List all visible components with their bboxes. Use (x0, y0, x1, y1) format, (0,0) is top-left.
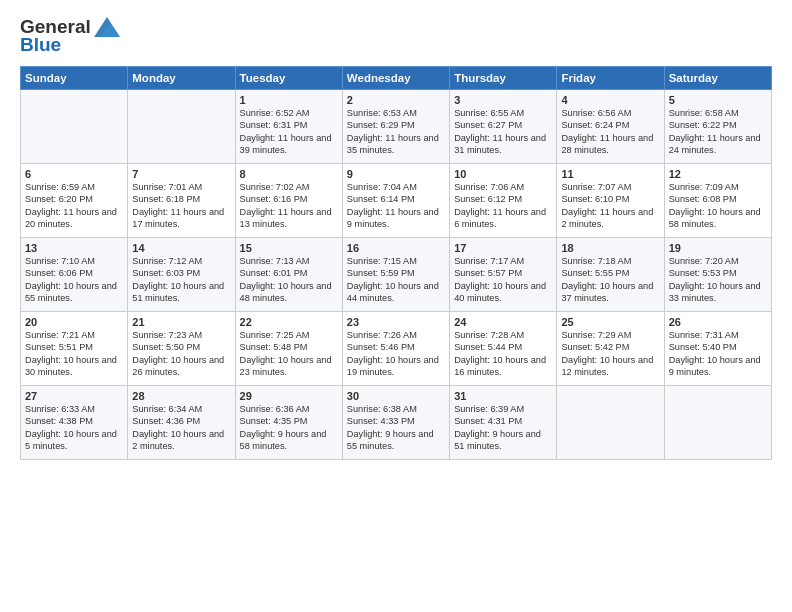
day-number: 4 (561, 94, 659, 106)
day-number: 3 (454, 94, 552, 106)
day-number: 28 (132, 390, 230, 402)
day-number: 1 (240, 94, 338, 106)
day-number: 26 (669, 316, 767, 328)
day-info: Sunrise: 7:23 AMSunset: 5:50 PMDaylight:… (132, 329, 230, 379)
day-info: Sunrise: 6:39 AMSunset: 4:31 PMDaylight:… (454, 403, 552, 453)
day-info: Sunrise: 7:07 AMSunset: 6:10 PMDaylight:… (561, 181, 659, 231)
weekday-header-monday: Monday (128, 67, 235, 90)
day-info: Sunrise: 7:18 AMSunset: 5:55 PMDaylight:… (561, 255, 659, 305)
calendar-cell: 10Sunrise: 7:06 AMSunset: 6:12 PMDayligh… (450, 164, 557, 238)
calendar-week-1: 1Sunrise: 6:52 AMSunset: 6:31 PMDaylight… (21, 90, 772, 164)
calendar-cell: 29Sunrise: 6:36 AMSunset: 4:35 PMDayligh… (235, 386, 342, 460)
day-info: Sunrise: 6:59 AMSunset: 6:20 PMDaylight:… (25, 181, 123, 231)
day-info: Sunrise: 7:01 AMSunset: 6:18 PMDaylight:… (132, 181, 230, 231)
calendar-cell: 24Sunrise: 7:28 AMSunset: 5:44 PMDayligh… (450, 312, 557, 386)
calendar-cell (557, 386, 664, 460)
weekday-header-friday: Friday (557, 67, 664, 90)
day-info: Sunrise: 7:28 AMSunset: 5:44 PMDaylight:… (454, 329, 552, 379)
day-info: Sunrise: 7:20 AMSunset: 5:53 PMDaylight:… (669, 255, 767, 305)
day-number: 25 (561, 316, 659, 328)
day-number: 20 (25, 316, 123, 328)
day-info: Sunrise: 6:55 AMSunset: 6:27 PMDaylight:… (454, 107, 552, 157)
day-number: 29 (240, 390, 338, 402)
day-info: Sunrise: 7:13 AMSunset: 6:01 PMDaylight:… (240, 255, 338, 305)
day-info: Sunrise: 7:25 AMSunset: 5:48 PMDaylight:… (240, 329, 338, 379)
day-info: Sunrise: 7:21 AMSunset: 5:51 PMDaylight:… (25, 329, 123, 379)
calendar-cell: 8Sunrise: 7:02 AMSunset: 6:16 PMDaylight… (235, 164, 342, 238)
calendar-cell: 23Sunrise: 7:26 AMSunset: 5:46 PMDayligh… (342, 312, 449, 386)
day-number: 22 (240, 316, 338, 328)
calendar-table: SundayMondayTuesdayWednesdayThursdayFrid… (20, 66, 772, 460)
calendar-week-4: 20Sunrise: 7:21 AMSunset: 5:51 PMDayligh… (21, 312, 772, 386)
day-number: 6 (25, 168, 123, 180)
day-info: Sunrise: 6:33 AMSunset: 4:38 PMDaylight:… (25, 403, 123, 453)
day-info: Sunrise: 7:15 AMSunset: 5:59 PMDaylight:… (347, 255, 445, 305)
calendar-cell: 15Sunrise: 7:13 AMSunset: 6:01 PMDayligh… (235, 238, 342, 312)
calendar-cell (664, 386, 771, 460)
day-info: Sunrise: 7:29 AMSunset: 5:42 PMDaylight:… (561, 329, 659, 379)
calendar-header: SundayMondayTuesdayWednesdayThursdayFrid… (21, 67, 772, 90)
calendar-week-3: 13Sunrise: 7:10 AMSunset: 6:06 PMDayligh… (21, 238, 772, 312)
day-number: 12 (669, 168, 767, 180)
calendar-page: General Blue SundayMondayTuesdayWednesda… (0, 0, 792, 612)
day-number: 27 (25, 390, 123, 402)
calendar-cell: 2Sunrise: 6:53 AMSunset: 6:29 PMDaylight… (342, 90, 449, 164)
weekday-header-thursday: Thursday (450, 67, 557, 90)
calendar-cell (21, 90, 128, 164)
day-number: 21 (132, 316, 230, 328)
calendar-cell: 11Sunrise: 7:07 AMSunset: 6:10 PMDayligh… (557, 164, 664, 238)
day-number: 7 (132, 168, 230, 180)
day-info: Sunrise: 7:06 AMSunset: 6:12 PMDaylight:… (454, 181, 552, 231)
day-number: 13 (25, 242, 123, 254)
day-number: 24 (454, 316, 552, 328)
calendar-cell: 13Sunrise: 7:10 AMSunset: 6:06 PMDayligh… (21, 238, 128, 312)
calendar-cell: 9Sunrise: 7:04 AMSunset: 6:14 PMDaylight… (342, 164, 449, 238)
day-number: 18 (561, 242, 659, 254)
day-number: 2 (347, 94, 445, 106)
calendar-cell: 26Sunrise: 7:31 AMSunset: 5:40 PMDayligh… (664, 312, 771, 386)
day-info: Sunrise: 6:52 AMSunset: 6:31 PMDaylight:… (240, 107, 338, 157)
calendar-cell: 27Sunrise: 6:33 AMSunset: 4:38 PMDayligh… (21, 386, 128, 460)
day-info: Sunrise: 7:10 AMSunset: 6:06 PMDaylight:… (25, 255, 123, 305)
day-number: 15 (240, 242, 338, 254)
day-number: 17 (454, 242, 552, 254)
calendar-cell: 19Sunrise: 7:20 AMSunset: 5:53 PMDayligh… (664, 238, 771, 312)
day-number: 10 (454, 168, 552, 180)
calendar-cell: 17Sunrise: 7:17 AMSunset: 5:57 PMDayligh… (450, 238, 557, 312)
day-info: Sunrise: 7:12 AMSunset: 6:03 PMDaylight:… (132, 255, 230, 305)
day-number: 9 (347, 168, 445, 180)
calendar-body: 1Sunrise: 6:52 AMSunset: 6:31 PMDaylight… (21, 90, 772, 460)
header: General Blue (20, 16, 772, 56)
weekday-row: SundayMondayTuesdayWednesdayThursdayFrid… (21, 67, 772, 90)
calendar-cell: 21Sunrise: 7:23 AMSunset: 5:50 PMDayligh… (128, 312, 235, 386)
calendar-cell: 1Sunrise: 6:52 AMSunset: 6:31 PMDaylight… (235, 90, 342, 164)
calendar-cell: 18Sunrise: 7:18 AMSunset: 5:55 PMDayligh… (557, 238, 664, 312)
day-info: Sunrise: 7:02 AMSunset: 6:16 PMDaylight:… (240, 181, 338, 231)
day-number: 14 (132, 242, 230, 254)
calendar-cell: 22Sunrise: 7:25 AMSunset: 5:48 PMDayligh… (235, 312, 342, 386)
calendar-cell: 16Sunrise: 7:15 AMSunset: 5:59 PMDayligh… (342, 238, 449, 312)
day-info: Sunrise: 7:09 AMSunset: 6:08 PMDaylight:… (669, 181, 767, 231)
weekday-header-saturday: Saturday (664, 67, 771, 90)
day-number: 8 (240, 168, 338, 180)
day-info: Sunrise: 7:26 AMSunset: 5:46 PMDaylight:… (347, 329, 445, 379)
day-number: 23 (347, 316, 445, 328)
weekday-header-sunday: Sunday (21, 67, 128, 90)
calendar-cell (128, 90, 235, 164)
day-number: 30 (347, 390, 445, 402)
day-number: 31 (454, 390, 552, 402)
day-info: Sunrise: 7:17 AMSunset: 5:57 PMDaylight:… (454, 255, 552, 305)
calendar-cell: 6Sunrise: 6:59 AMSunset: 6:20 PMDaylight… (21, 164, 128, 238)
day-number: 11 (561, 168, 659, 180)
calendar-cell: 28Sunrise: 6:34 AMSunset: 4:36 PMDayligh… (128, 386, 235, 460)
calendar-cell: 4Sunrise: 6:56 AMSunset: 6:24 PMDaylight… (557, 90, 664, 164)
day-info: Sunrise: 6:34 AMSunset: 4:36 PMDaylight:… (132, 403, 230, 453)
logo: General Blue (20, 16, 120, 56)
day-info: Sunrise: 7:04 AMSunset: 6:14 PMDaylight:… (347, 181, 445, 231)
day-info: Sunrise: 6:36 AMSunset: 4:35 PMDaylight:… (240, 403, 338, 453)
day-info: Sunrise: 6:58 AMSunset: 6:22 PMDaylight:… (669, 107, 767, 157)
day-info: Sunrise: 6:38 AMSunset: 4:33 PMDaylight:… (347, 403, 445, 453)
day-info: Sunrise: 6:56 AMSunset: 6:24 PMDaylight:… (561, 107, 659, 157)
calendar-cell: 14Sunrise: 7:12 AMSunset: 6:03 PMDayligh… (128, 238, 235, 312)
calendar-cell: 3Sunrise: 6:55 AMSunset: 6:27 PMDaylight… (450, 90, 557, 164)
